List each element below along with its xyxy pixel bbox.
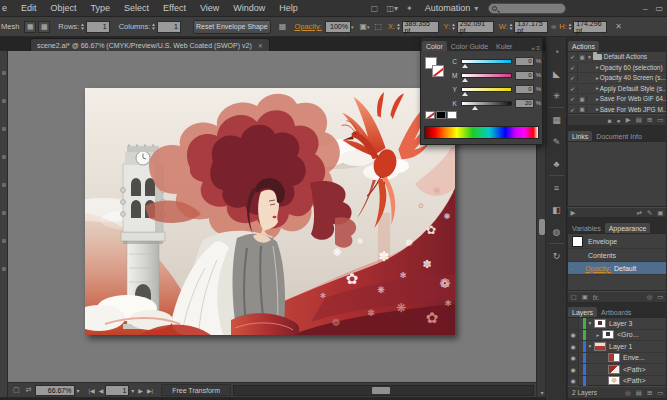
layer-row[interactable]: ◉ ▸ <Gro... (568, 330, 666, 342)
layer-name[interactable]: Layer 3 (609, 320, 632, 327)
y-input[interactable]: 292.091 pt (457, 21, 494, 33)
tab-color[interactable]: Color (422, 41, 447, 51)
w-input[interactable]: 137.175 pt (514, 21, 548, 33)
black-slider[interactable] (461, 101, 511, 106)
last-artboard-icon[interactable]: ▶| (145, 387, 155, 394)
tab-layers[interactable]: Layers (568, 307, 597, 317)
color-spectrum-bar[interactable] (424, 126, 539, 139)
workspace-chevron-icon[interactable]: ▾ (470, 4, 482, 13)
delete-layer-icon[interactable]: ▭ (655, 389, 666, 397)
style-icon[interactable]: ▣▾ (359, 22, 369, 31)
layer-row[interactable]: ◉ ▾ Layer 1 (568, 341, 666, 353)
layer-thumbnail[interactable] (594, 319, 606, 328)
reset-envelope-shape-button[interactable]: Reset Envelope Shape (193, 20, 271, 34)
visibility-toggle[interactable]: ◉ (568, 376, 579, 387)
new-fill-icon[interactable]: ▣ (579, 293, 590, 301)
layer-name[interactable]: <Gro... (617, 331, 639, 338)
y-stepper[interactable]: ▲▼ (451, 23, 455, 31)
prev-artboard-icon[interactable]: ◀ (97, 387, 106, 394)
symbols-panel-icon[interactable]: ✳ (546, 88, 567, 104)
transform-icon[interactable]: ✕ (615, 22, 622, 31)
layer-row[interactable]: ▾ Layer 3 (568, 318, 666, 330)
visibility-toggle[interactable] (568, 318, 579, 329)
visibility-toggle[interactable]: ◉ (568, 330, 579, 341)
yellow-input[interactable]: 0 (515, 85, 534, 94)
new-set-icon[interactable]: ▤ (633, 116, 644, 124)
artboard-number-input[interactable]: 1 (105, 385, 129, 396)
appearance-row-envelope[interactable]: Envelope (568, 234, 666, 249)
menu-type[interactable]: Type (84, 3, 118, 13)
visibility-toggle[interactable]: ◉ (568, 341, 579, 352)
constrain-link-icon[interactable]: ∞ (551, 23, 556, 30)
check-icon[interactable]: ✓ (568, 95, 578, 102)
magenta-input[interactable]: 0 (515, 71, 534, 80)
artboard-chevron-icon[interactable]: ▾ (129, 387, 136, 394)
close-tab-icon[interactable]: ✕ (258, 42, 263, 49)
black-input[interactable]: 20 (515, 99, 534, 108)
dialog-toggle-icon[interactable]: ▣ (578, 96, 587, 102)
new-layer-icon[interactable]: ⊞ (644, 389, 654, 397)
check-icon[interactable]: ✓ (568, 106, 578, 113)
magenta-slider[interactable] (461, 73, 511, 78)
swatches-panel-icon[interactable]: ♣ (546, 156, 567, 172)
check-icon[interactable]: ✓ (568, 85, 578, 92)
graphic-styles-panel-icon[interactable]: ◍ (546, 224, 567, 240)
visibility-toggle[interactable]: ◉ (568, 353, 579, 364)
appearance-row-contents[interactable]: Contents (568, 249, 666, 262)
reference-point-icon[interactable]: ⬚ (374, 22, 382, 31)
layer-name[interactable]: Layer 1 (609, 343, 632, 350)
arrange-documents-icon[interactable]: ◫▾ (382, 4, 402, 13)
menu-effect[interactable]: Effect (156, 3, 193, 13)
black-swatch[interactable] (436, 111, 446, 119)
zoom-level-input[interactable]: 66.67% (35, 385, 75, 396)
dialog-toggle-icon[interactable]: ▣ (578, 106, 587, 112)
action-row[interactable]: ✓ ▸ Opacity 60 (selection) (568, 63, 666, 74)
search-field[interactable] (488, 3, 566, 14)
update-link-icon[interactable]: ▣ (655, 209, 666, 217)
play-icon[interactable]: ▶ (623, 116, 633, 124)
cyan-input[interactable]: 0 (515, 57, 534, 66)
menu-edit[interactable]: Edit (14, 3, 44, 13)
panel-menu-icon[interactable]: ≡ (536, 45, 540, 51)
tab-variables[interactable]: Variables (568, 223, 605, 233)
tab-color-guide[interactable]: Color Guide (447, 41, 492, 51)
chevron-down-icon[interactable]: ▾ (587, 54, 592, 60)
bridge-icon[interactable]: ▢ (367, 4, 383, 13)
stroke-swatch[interactable] (432, 65, 444, 77)
cs-live-icon[interactable]: ✦ (402, 4, 417, 13)
rows-input[interactable]: 1 (86, 21, 110, 33)
menu-view[interactable]: View (193, 3, 226, 13)
h-input[interactable]: 174.296 pt (573, 21, 607, 33)
tab-kuler[interactable]: Kuler (492, 41, 516, 51)
tab-links[interactable]: Links (568, 131, 592, 141)
menu-object[interactable]: Object (44, 3, 84, 13)
gradient-panel-icon[interactable]: ◣ (546, 66, 567, 82)
check-icon[interactable]: ✓ (568, 64, 578, 71)
status-icon-2[interactable]: ⇄ (23, 386, 35, 394)
new-effect-icon[interactable]: fx. (590, 294, 602, 301)
check-icon[interactable]: ✓ (568, 53, 578, 60)
action-row[interactable]: ✓ ▸ Opacity 40 Screen (s... (568, 73, 666, 84)
layer-thumbnail[interactable] (608, 376, 620, 385)
layer-name[interactable]: <Path> (623, 366, 646, 373)
new-stroke-icon[interactable]: ▢ (568, 293, 579, 301)
opacity-link-label[interactable]: Opacity: (585, 265, 611, 272)
record-icon[interactable]: ● (614, 117, 623, 124)
appearance-row-opacity[interactable]: ◦ Opacity: Default (568, 262, 666, 275)
yellow-slider[interactable] (461, 87, 511, 92)
columns-stepper[interactable]: ▲▼ (151, 23, 155, 31)
action-set-row[interactable]: ✓ ▣ ▾ Default Actions (568, 52, 666, 63)
artboards-panel-icon[interactable]: ▦ (546, 112, 567, 128)
action-row[interactable]: ✓ ▸ Apply Default Style (s... (568, 84, 666, 95)
horizontal-scrollbar[interactable] (233, 385, 534, 396)
opacity-input[interactable]: 100% (325, 21, 351, 33)
rows-stepper[interactable]: ▲▼ (80, 23, 84, 31)
zoom-chevron-icon[interactable]: ▾ (75, 387, 82, 394)
mesh-edit-button[interactable]: ▩ (38, 21, 50, 33)
dialog-toggle-icon[interactable]: ▣ (578, 54, 587, 60)
stroke-panel-icon[interactable]: ≡ (546, 180, 567, 196)
layer-thumbnail[interactable] (602, 330, 614, 339)
horizontal-scroll-thumb[interactable] (372, 387, 390, 394)
menu-select[interactable]: Select (117, 3, 156, 13)
x-input[interactable]: 389.355 pt (402, 21, 439, 33)
